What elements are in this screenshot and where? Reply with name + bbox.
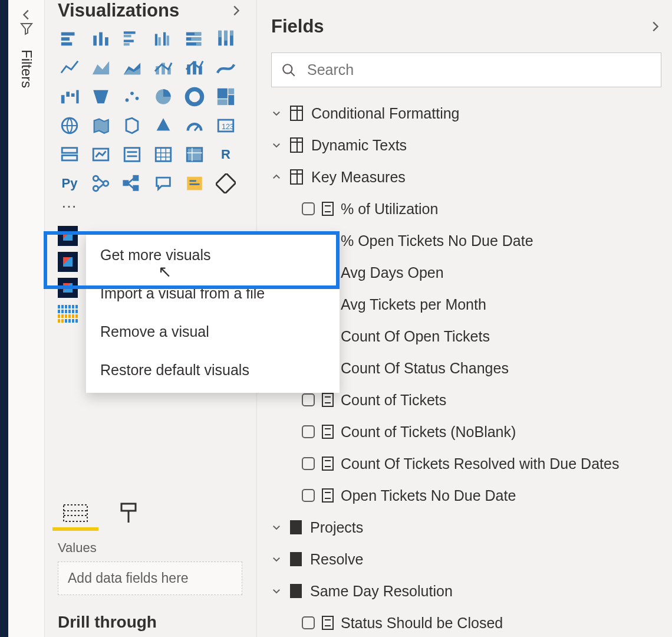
svg-rect-24	[224, 31, 228, 41]
r-visual-icon[interactable]: R	[214, 143, 238, 166]
svg-line-52	[195, 126, 199, 131]
pie-chart-icon[interactable]	[151, 85, 175, 109]
svg-rect-14	[167, 35, 169, 45]
paginated-report-icon[interactable]	[214, 172, 238, 195]
field-checkbox[interactable]	[302, 425, 315, 438]
donut-chart-icon[interactable]	[183, 85, 206, 109]
scatter-chart-icon[interactable]	[120, 85, 144, 109]
svg-rect-12	[159, 37, 161, 45]
measure-icon	[322, 202, 334, 216]
qa-visual-icon[interactable]	[151, 172, 175, 195]
custom-visual-grid-icon[interactable]	[58, 305, 78, 323]
filters-pane-collapsed[interactable]: Filters	[8, 0, 45, 637]
svg-rect-13	[163, 32, 166, 46]
waterfall-chart-icon[interactable]	[58, 85, 81, 109]
stacked-bar-chart-icon[interactable]	[58, 27, 81, 51]
table-row[interactable]: Resolve	[271, 545, 661, 573]
svg-rect-16	[195, 32, 201, 36]
field-checkbox[interactable]	[302, 489, 315, 502]
svg-rect-11	[155, 34, 157, 46]
line-clustered-column-icon[interactable]	[151, 56, 175, 80]
matrix-icon[interactable]	[183, 143, 206, 166]
svg-rect-10	[124, 43, 130, 45]
multi-row-card-icon[interactable]	[58, 143, 81, 166]
field-row[interactable]: % of Utilization	[271, 195, 661, 223]
fields-tab[interactable]	[58, 501, 93, 531]
svg-rect-55	[62, 148, 77, 153]
key-influencers-icon[interactable]	[89, 172, 113, 195]
ribbon-chart-icon[interactable]	[214, 56, 238, 80]
menu-remove-visual[interactable]: Remove a visual	[86, 313, 340, 351]
stacked-area-chart-icon[interactable]	[120, 56, 144, 80]
table-row[interactable]: Conditional Formatting	[271, 99, 661, 127]
map-icon[interactable]	[58, 114, 81, 137]
svg-text:123: 123	[222, 122, 234, 131]
chevron-right-icon[interactable]	[229, 4, 242, 17]
menu-import-visual-file[interactable]: Import a visual from a file	[86, 274, 340, 313]
slicer-icon[interactable]	[120, 143, 144, 166]
more-visuals-ellipsis[interactable]: ⋯	[58, 195, 242, 221]
gauge-icon[interactable]	[183, 114, 206, 137]
filled-map-icon[interactable]	[89, 114, 113, 137]
chevron-down-icon	[271, 108, 282, 119]
svg-rect-38	[71, 93, 75, 97]
svg-rect-82	[216, 173, 236, 193]
line-stacked-column-icon[interactable]	[183, 56, 206, 80]
hundred-percent-column-icon[interactable]	[214, 27, 238, 51]
custom-visual-icon[interactable]	[58, 226, 78, 246]
menu-restore-default[interactable]: Restore default visuals	[86, 351, 340, 389]
field-row[interactable]: Count Of Tickets Resolved with Due Dates	[271, 449, 661, 478]
svg-rect-80	[190, 180, 196, 182]
funnel-chart-icon[interactable]	[89, 85, 113, 109]
shape-map-icon[interactable]	[120, 114, 144, 137]
card-icon[interactable]: 123	[214, 114, 238, 137]
clustered-column-chart-icon[interactable]	[151, 27, 175, 51]
table-label: Resolve	[310, 551, 363, 568]
table-icon[interactable]	[151, 143, 175, 166]
custom-visual-icon[interactable]	[58, 278, 78, 298]
field-checkbox[interactable]	[302, 202, 315, 215]
python-visual-icon[interactable]: Py	[58, 172, 81, 195]
search-icon	[281, 63, 297, 78]
smart-narrative-icon[interactable]	[183, 172, 206, 195]
svg-rect-81	[190, 183, 200, 185]
field-row[interactable]: Count of Tickets (NoBlank)	[271, 418, 661, 446]
stacked-column-chart-icon[interactable]	[89, 27, 113, 51]
table-row[interactable]: Key Measures	[271, 163, 661, 191]
svg-rect-4	[93, 35, 97, 45]
field-checkbox[interactable]	[302, 457, 315, 470]
fields-search[interactable]	[271, 52, 661, 87]
table-label: Conditional Formatting	[311, 105, 460, 122]
treemap-icon[interactable]	[214, 85, 238, 109]
custom-visual-icon[interactable]	[58, 252, 78, 272]
table-icon	[290, 169, 303, 185]
kpi-icon[interactable]	[89, 143, 113, 166]
table-label: Dynamic Texts	[311, 137, 407, 154]
hundred-percent-bar-icon[interactable]	[183, 27, 206, 51]
field-checkbox[interactable]	[302, 393, 315, 406]
field-row[interactable]: Status Should be Closed	[271, 609, 661, 637]
area-chart-icon[interactable]	[89, 56, 113, 80]
table-row[interactable]: Projects	[271, 513, 661, 541]
table-row[interactable]: Same Day Resolution	[271, 577, 661, 605]
menu-get-more-visuals[interactable]: Get more visuals	[86, 236, 340, 274]
format-tab[interactable]	[112, 501, 147, 531]
fields-search-input[interactable]	[306, 61, 651, 79]
field-row[interactable]: Open Tickets No Due Date	[271, 481, 661, 510]
svg-rect-6	[105, 37, 108, 45]
svg-rect-66	[187, 148, 202, 162]
measure-icon	[322, 393, 334, 407]
field-checkbox[interactable]	[302, 616, 315, 629]
svg-line-77	[128, 179, 134, 184]
table-row[interactable]: Dynamic Texts	[271, 131, 661, 159]
svg-rect-76	[134, 186, 138, 190]
line-chart-icon[interactable]	[58, 56, 81, 80]
chevron-right-icon[interactable]	[648, 20, 661, 33]
decomposition-tree-icon[interactable]	[120, 172, 144, 195]
svg-rect-61	[156, 148, 171, 162]
values-drop-area[interactable]: Add data fields here	[58, 562, 242, 595]
svg-point-69	[93, 176, 98, 181]
azure-map-icon[interactable]	[151, 114, 175, 137]
field-label: Count of Tickets	[341, 392, 446, 409]
clustered-bar-chart-icon[interactable]	[120, 27, 144, 51]
